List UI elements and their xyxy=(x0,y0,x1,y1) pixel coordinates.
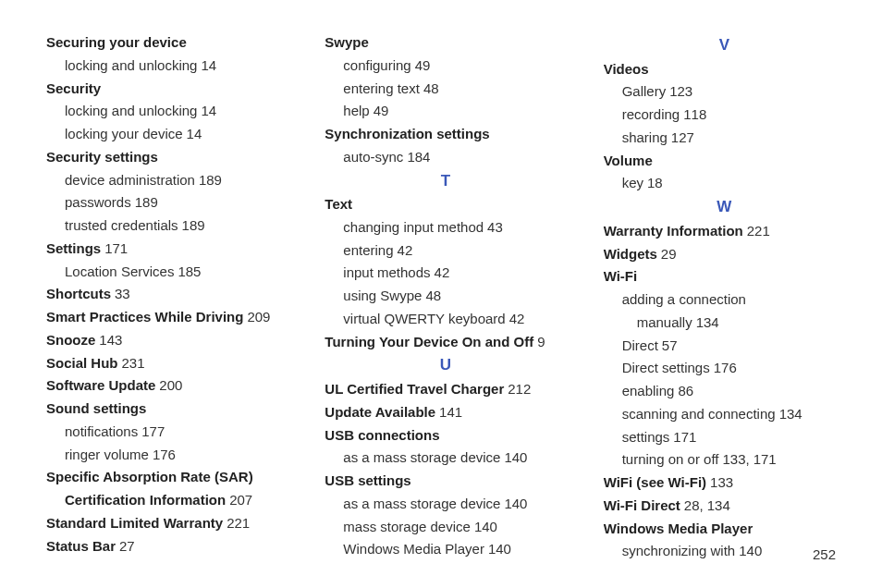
index-subentry: help49 xyxy=(325,101,566,121)
index-term: Wi-Fi Direct xyxy=(604,497,680,513)
index-term: Widgets xyxy=(604,246,657,262)
index-term: Securing your device xyxy=(46,34,187,50)
index-subentry: key18 xyxy=(604,173,845,193)
index-subentry: device administration189 xyxy=(46,170,288,190)
index-column-1: Securing your device locking and unlocki… xyxy=(46,32,288,564)
index-subentry: mass storage device140 xyxy=(325,517,566,537)
index-term: Standard Limited Warranty xyxy=(46,515,223,531)
index-term: Turning Your Device On and Off xyxy=(325,334,533,349)
index-term: Text xyxy=(325,196,352,212)
index-columns: Securing your device locking and unlocki… xyxy=(46,32,845,564)
index-column-2: Swype configuring49 entering text48 help… xyxy=(325,32,566,564)
index-letter-U: U xyxy=(325,354,566,377)
index-subentry: Direct57 xyxy=(604,336,845,356)
index-subentry: input methods42 xyxy=(325,263,566,283)
index-term: Update Available xyxy=(325,404,435,420)
index-term: Security settings xyxy=(46,149,158,165)
index-subentry: entering text48 xyxy=(325,79,566,99)
index-term: UL Certified Travel Charger xyxy=(325,381,504,397)
index-subentry: settings171 xyxy=(604,427,845,447)
index-subentry: enabling86 xyxy=(604,381,845,401)
index-subentry: auto-sync184 xyxy=(325,147,566,167)
index-subentry: trusted credentials189 xyxy=(46,215,288,236)
index-column-3: V Videos Gallery123 recording118 sharing… xyxy=(604,32,845,564)
index-subentry: Location Services185 xyxy=(46,262,288,282)
index-subentry: entering42 xyxy=(325,240,566,261)
index-term: Snooze xyxy=(46,332,95,348)
index-term: Warranty Information xyxy=(604,223,743,239)
index-term: Swype xyxy=(325,34,369,50)
index-term: USB settings xyxy=(325,472,410,488)
index-subentry: as a mass storage device140 xyxy=(325,447,566,468)
index-subentry: changing input method43 xyxy=(325,217,566,238)
index-term: Specific Absorption Rate (SAR) xyxy=(46,469,253,484)
index-subentry: scanning and connecting134 xyxy=(604,404,845,424)
index-letter-T: T xyxy=(325,170,566,193)
index-term: Videos xyxy=(604,61,649,77)
index-subentry: Direct settings176 xyxy=(604,358,845,378)
index-subentry: notifications177 xyxy=(46,422,288,442)
index-subentry: sharing127 xyxy=(604,128,845,148)
index-term: Sound settings xyxy=(46,400,146,416)
index-subentry: Windows Media Player140 xyxy=(325,539,566,559)
index-subentry: manually134 xyxy=(604,312,845,333)
index-term: Software Update xyxy=(46,377,155,393)
index-term: Status Bar xyxy=(46,538,116,554)
index-subentry: configuring49 xyxy=(325,55,566,76)
index-subentry: as a mass storage device140 xyxy=(325,494,566,514)
index-letter-W: W xyxy=(604,196,845,219)
index-term: Settings xyxy=(46,240,101,256)
page-number: 252 xyxy=(813,546,836,562)
index-term: Synchronization settings xyxy=(325,126,489,141)
index-subentry: adding a connection xyxy=(604,289,845,310)
index-subentry: locking and unlocking14 xyxy=(46,55,288,76)
index-term: Volume xyxy=(604,153,653,168)
index-subentry: synchronizing with140 xyxy=(604,541,845,561)
index-letter-V: V xyxy=(604,34,845,57)
index-subentry: turning on or off133,171 xyxy=(604,449,845,470)
index-term: Wi-Fi xyxy=(604,268,638,284)
index-term: Shortcuts xyxy=(46,286,111,301)
index-subentry: locking and unlocking14 xyxy=(46,101,288,121)
index-subentry: locking your device14 xyxy=(46,124,288,144)
index-subentry: recording118 xyxy=(604,104,845,125)
index-term: Security xyxy=(46,80,101,96)
index-subentry: using Swype48 xyxy=(325,286,566,306)
index-subentry: passwords189 xyxy=(46,192,288,213)
index-subentry: virtual QWERTY keyboard42 xyxy=(325,309,566,329)
index-term: WiFi (see Wi-Fi) xyxy=(604,474,706,490)
index-term: Social Hub xyxy=(46,355,118,371)
index-subentry: Gallery123 xyxy=(604,81,845,102)
index-term: USB connections xyxy=(325,427,439,443)
index-term: Windows Media Player xyxy=(604,521,753,536)
index-subentry: ringer volume176 xyxy=(46,445,288,465)
index-term: Smart Practices While Driving xyxy=(46,309,243,325)
